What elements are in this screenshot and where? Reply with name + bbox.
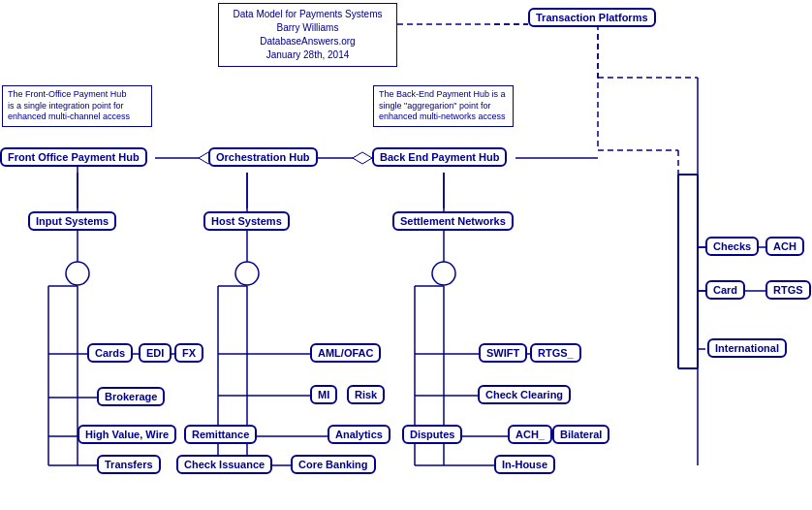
transaction-platforms-node: Transaction Platforms bbox=[528, 8, 656, 27]
aml-ofac-node: AML/OFAC bbox=[310, 343, 381, 363]
front-office-hub-node: Front Office Payment Hub bbox=[0, 147, 147, 167]
host-systems-node: Host Systems bbox=[203, 211, 290, 231]
check-issuance-node: Check Issuance bbox=[176, 455, 272, 474]
back-end-note-text: The Back-End Payment Hub is asingle "agg… bbox=[379, 89, 506, 121]
input-systems-node: Input Systems bbox=[28, 211, 116, 231]
title-line1: Data Model for Payments Systems bbox=[234, 9, 383, 19]
card-node: Card bbox=[705, 280, 745, 300]
core-banking-node: Core Banking bbox=[291, 455, 376, 474]
title-line2: Barry Williams bbox=[277, 22, 339, 33]
title-line3: DatabaseAnswers.org bbox=[260, 36, 355, 47]
rtgs-node: RTGS bbox=[765, 280, 811, 300]
back-end-hub-node: Back End Payment Hub bbox=[372, 147, 507, 167]
svg-marker-72 bbox=[353, 152, 372, 164]
brokerage-node: Brokerage bbox=[97, 387, 165, 406]
checks-node: Checks bbox=[705, 237, 759, 256]
settlement-networks-node: Settlement Networks bbox=[392, 211, 514, 231]
orchestration-hub-node: Orchestration Hub bbox=[208, 147, 318, 167]
title-line4: January 28th, 2014 bbox=[266, 49, 350, 60]
transfers-node: Transfers bbox=[97, 455, 161, 474]
back-end-note: The Back-End Payment Hub is asingle "agg… bbox=[373, 85, 514, 127]
svg-point-67 bbox=[235, 262, 259, 285]
check-clearing-node: Check Clearing bbox=[478, 385, 571, 404]
in-house-node: In-House bbox=[494, 455, 555, 474]
svg-point-66 bbox=[66, 262, 89, 285]
high-value-wire-node: High Value, Wire bbox=[78, 425, 176, 444]
title-box: Data Model for Payments Systems Barry Wi… bbox=[218, 3, 397, 67]
risk-node: Risk bbox=[347, 385, 385, 404]
ach-under-node: ACH_ bbox=[508, 425, 552, 444]
analytics-node: Analytics bbox=[328, 425, 390, 444]
remittance-node: Remittance bbox=[184, 425, 257, 444]
front-office-note-text: The Front-Office Payment Hubis a single … bbox=[8, 89, 130, 121]
rtgs-under-node: RTGS_ bbox=[530, 343, 581, 363]
disputes-node: Disputes bbox=[402, 425, 462, 444]
diagram: Data Model for Payments Systems Barry Wi… bbox=[0, 0, 812, 510]
front-office-note: The Front-Office Payment Hubis a single … bbox=[2, 85, 152, 127]
fx-node: FX bbox=[174, 343, 203, 363]
swift-node: SWIFT bbox=[479, 343, 527, 363]
mi-node: MI bbox=[310, 385, 337, 404]
international-node: International bbox=[707, 338, 787, 358]
cards-node: Cards bbox=[87, 343, 133, 363]
svg-point-68 bbox=[432, 262, 455, 285]
edi-node: EDI bbox=[139, 343, 172, 363]
ach-node: ACH bbox=[765, 237, 804, 256]
bilateral-node: Bilateral bbox=[552, 425, 609, 444]
